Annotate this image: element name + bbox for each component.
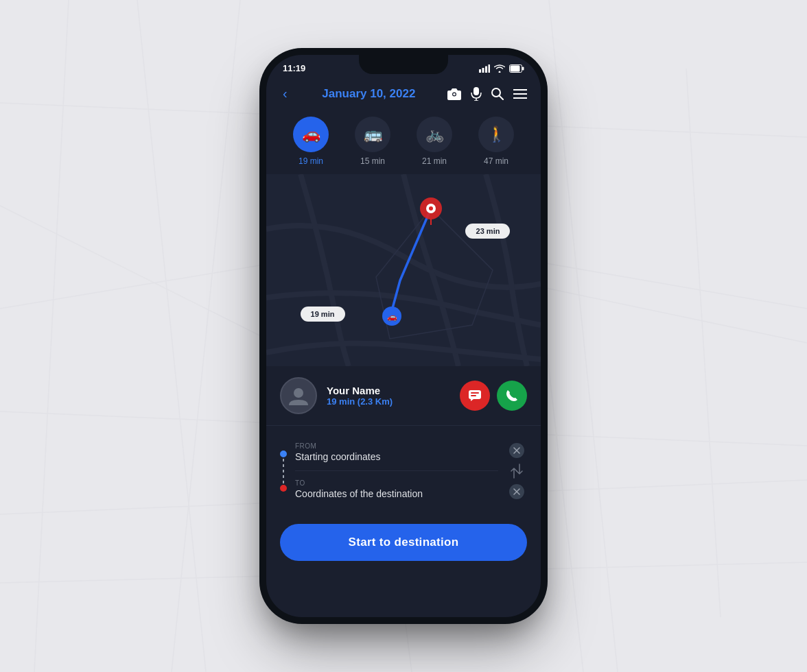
clear-origin-button[interactable] [509,443,524,458]
call-button[interactable] [497,381,527,411]
clear-dest-icon [513,488,520,495]
car-time: 19 min [299,156,323,166]
svg-rect-47 [471,395,476,396]
svg-rect-18 [485,66,487,73]
transport-car[interactable]: 🚗 19 min [293,117,329,166]
driver-actions [460,381,527,411]
transport-bus[interactable]: 🚌 15 min [355,117,390,166]
scene: 11:19 [0,0,807,672]
svg-rect-46 [471,392,479,394]
bike-icon: 🚲 [417,117,452,152]
notch [359,55,448,74]
route-action-buttons [506,443,527,499]
svg-point-44 [294,388,303,398]
destination-dot [280,485,287,492]
bus-time: 15 min [360,156,385,166]
svg-line-0 [0,206,274,343]
camera-icon[interactable] [447,88,461,100]
phone-icon [506,389,518,402]
svg-line-13 [172,0,240,672]
transport-modes: 🚗 19 min 🚌 15 min 🚲 21 min 🚶 47 min [266,111,541,174]
driver-distance: (2.3 Km) [358,396,393,407]
walk-time: 47 min [484,156,508,166]
message-button[interactable] [460,381,490,411]
chat-icon [469,390,481,401]
svg-text:23 min: 23 min [476,227,500,235]
app-header: ‹ January 10, 2022 [266,76,541,111]
clear-destination-button[interactable] [509,484,524,499]
from-label: From [295,442,498,450]
svg-point-37 [429,206,433,211]
from-value[interactable]: Starting coordinates [295,451,498,462]
swap-button[interactable] [508,461,526,481]
car-icon: 🚗 [293,117,329,152]
to-label: To [295,479,498,487]
driver-avatar [280,377,317,414]
svg-rect-21 [511,65,520,71]
svg-line-9 [686,69,721,617]
clear-icon [513,447,520,454]
swap-icon [511,464,523,479]
cta-section: Start to destination [266,516,541,575]
route-section: From Starting coordinates To Coordinates… [266,426,541,516]
svg-rect-16 [479,69,481,73]
status-icons [479,64,524,73]
svg-line-29 [500,95,504,99]
svg-point-24 [453,93,456,95]
svg-text:🚗: 🚗 [387,311,397,322]
status-time: 11:19 [283,63,305,73]
search-icon[interactable] [491,88,504,100]
avatar-icon [288,385,309,407]
svg-rect-22 [522,67,524,70]
header-date: January 10, 2022 [322,87,415,101]
transport-walk[interactable]: 🚶 47 min [478,117,514,166]
back-button[interactable]: ‹ [280,83,290,104]
transport-bike[interactable]: 🚲 21 min [417,117,452,166]
svg-rect-25 [473,87,479,95]
map-area: 🚗 23 min 19 min [266,174,541,366]
signal-icon [479,64,490,73]
route-fields: From Starting coordinates To Coordinates… [295,437,498,505]
origin-dot [280,451,287,457]
svg-line-5 [549,0,618,672]
header-icons [447,87,527,101]
driver-time: 19 min [327,396,355,407]
bike-time: 21 min [422,156,447,166]
wifi-icon [494,64,505,73]
svg-text:19 min: 19 min [311,310,335,318]
route-inputs: From Starting coordinates To Coordinates… [280,437,527,505]
svg-rect-19 [489,64,491,73]
destination-group: To Coordinates of the destination [295,474,498,505]
driver-card: Your Name 19 min (2.3 Km) [266,366,541,426]
phone-shell: 11:19 [266,55,541,617]
battery-icon [509,64,524,73]
route-divider [295,470,498,471]
origin-group: From Starting coordinates [295,437,498,468]
svg-rect-17 [482,68,484,73]
svg-line-8 [34,0,69,672]
mic-icon[interactable] [471,87,482,101]
walk-icon: 🚶 [478,117,514,152]
svg-rect-45 [469,390,481,399]
to-value[interactable]: Coordinates of the destination [295,488,498,499]
svg-line-3 [137,0,206,672]
driver-name: Your Name [327,385,450,396]
driver-stats: 19 min (2.3 Km) [327,396,450,407]
route-dots [280,451,287,492]
menu-icon[interactable] [513,89,527,99]
route-line [283,459,284,483]
bus-icon: 🚌 [355,117,390,152]
driver-info: Your Name 19 min (2.3 Km) [327,385,450,407]
start-destination-button[interactable]: Start to destination [280,524,527,561]
